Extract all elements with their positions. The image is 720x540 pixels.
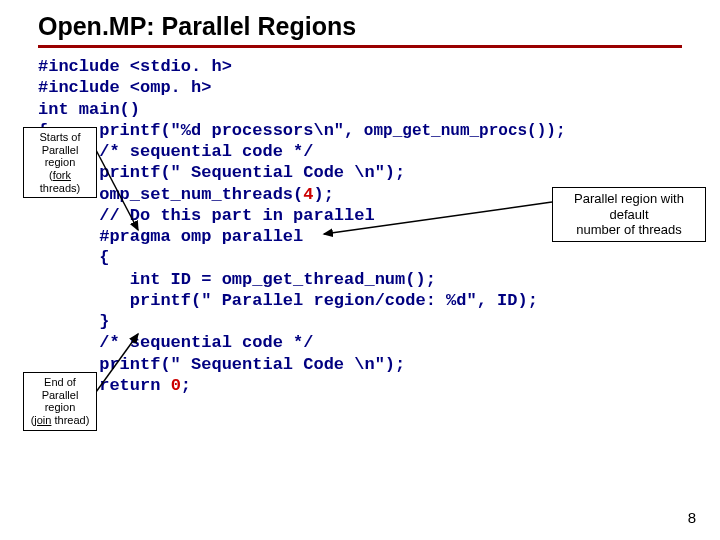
annotation-end: End of Parallel region (join thread) <box>23 372 97 431</box>
annotation-text: End of <box>28 376 92 389</box>
annotation-text: Parallel region <box>28 144 92 169</box>
code-line: int main() <box>38 99 720 120</box>
code-line: /* sequential code */ <box>38 141 720 162</box>
slide-title: Open.MP: Parallel Regions <box>0 0 720 41</box>
code-line: } <box>38 311 720 332</box>
code-line: return 0; <box>38 375 720 396</box>
annotation-start: Starts of Parallel region (fork threads) <box>23 127 97 198</box>
code-line: int ID = omp_get_thread_num(); <box>38 269 720 290</box>
code-line: printf(" Sequential Code \n"); <box>38 354 720 375</box>
code-line: #include <omp. h> <box>38 77 720 98</box>
annotation-right: Parallel region with default number of t… <box>552 187 706 242</box>
page-number: 8 <box>688 509 696 526</box>
annotation-text: (fork threads) <box>28 169 92 194</box>
annotation-text: number of threads <box>557 222 701 238</box>
code-line: /* sequential code */ <box>38 332 720 353</box>
annotation-text: Parallel region <box>28 389 92 414</box>
annotation-text: Parallel region with default <box>557 191 701 222</box>
code-line: #include <stdio. h> <box>38 56 720 77</box>
code-line: printf(" Parallel region/code: %d", ID); <box>38 290 720 311</box>
annotation-text: (join thread) <box>28 414 92 427</box>
code-line: { printf("%d processors\n", omp_get_num_… <box>38 120 720 141</box>
code-line: } <box>38 396 720 417</box>
code-line: printf(" Sequential Code \n"); <box>38 162 720 183</box>
annotation-text: Starts of <box>28 131 92 144</box>
code-line: { <box>38 247 720 268</box>
